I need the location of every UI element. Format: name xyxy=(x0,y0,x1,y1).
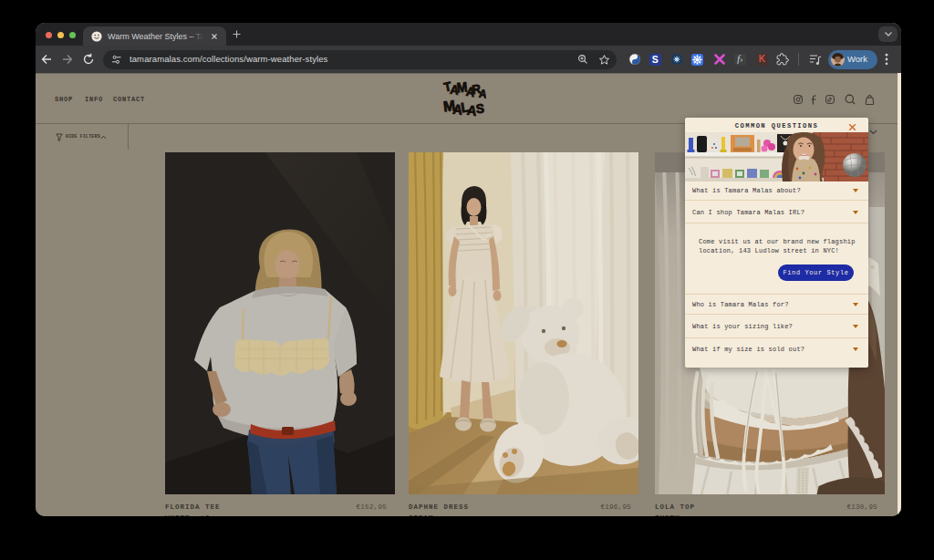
svg-text:A: A xyxy=(478,87,486,101)
svg-text:S: S xyxy=(475,101,484,116)
